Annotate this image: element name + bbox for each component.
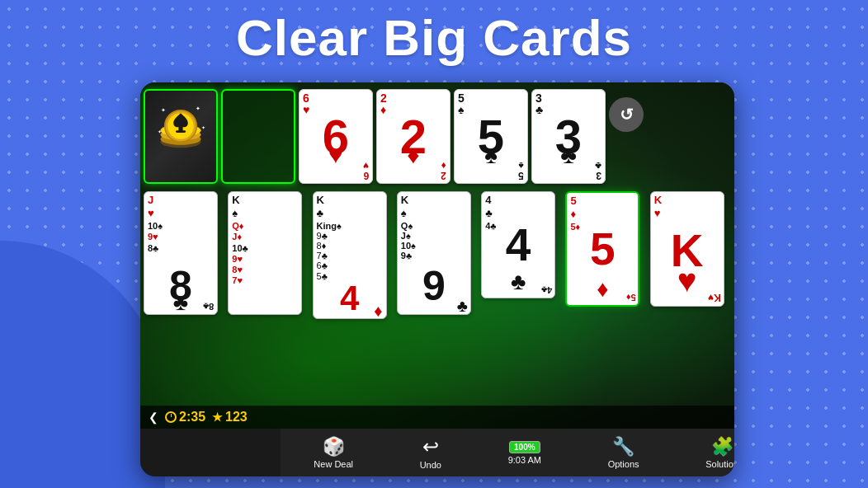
solution-icon: 🧩 — [711, 436, 734, 458]
time-display: 100% 9:03 AM — [500, 438, 550, 468]
svg-rect-7 — [176, 130, 186, 133]
col-7: K♥ K ♥ K♥ — [650, 191, 731, 406]
toolbar: 🎲 New Deal ↩ Undo 100% 9:03 AM 🔧 Options… — [281, 429, 734, 476]
col-4: K♠ Q♠ J♠ 10♠ 9♣ 9 ♣ — [397, 191, 478, 406]
empty-slot[interactable] — [221, 89, 295, 184]
token-card[interactable]: ✦ ✦ ✦ ✦ — [144, 89, 218, 184]
card-6-hearts[interactable]: 6♥ 6 ♥ 6♥ — [299, 89, 373, 184]
svg-text:✦: ✦ — [158, 129, 162, 134]
undo-button[interactable]: ↩ Undo — [412, 432, 450, 473]
solution-button[interactable]: 🧩 Solution — [697, 433, 734, 472]
new-deal-button[interactable]: 🎲 New Deal — [305, 433, 361, 472]
svg-text:✦: ✦ — [161, 107, 166, 113]
col-5: 4♣ 4♣ 4 ♣ 4♣ — [481, 191, 562, 406]
col-6: 5♦ 5♦ 5 ♦ 5♦ — [565, 191, 646, 406]
page-title: Clear Big Cards — [0, 8, 868, 67]
new-deal-icon: 🎲 — [323, 436, 345, 458]
game-container: ✦ ✦ ✦ ✦ 6♥ 6 ♥ 6♥ 2♦ 2 ♦ 2♦ — [140, 82, 734, 476]
clock-icon — [165, 411, 177, 423]
battery-icon: 100% — [509, 441, 540, 453]
options-button[interactable]: 🔧 Options — [600, 433, 648, 472]
svg-text:✦: ✦ — [201, 124, 205, 130]
col-2: K♠ Q♦ J♦ 10♣ 9♥ 8♥ 7♥ — [228, 191, 309, 406]
card-3-clubs[interactable]: 3♣ 3 ♣ 3♣ — [531, 89, 606, 184]
svg-text:✦: ✦ — [196, 106, 200, 111]
game-board: ✦ ✦ ✦ ✦ 6♥ 6 ♥ 6♥ 2♦ 2 ♦ 2♦ — [140, 82, 734, 429]
options-icon: 🔧 — [612, 436, 634, 458]
chevron-icon[interactable]: ❮ — [149, 411, 158, 424]
score-display: ★ 123 — [212, 410, 248, 425]
col-3: K♣ King♠ 9♣8♦7♣6♣5♣ 4 ♦ — [313, 191, 394, 406]
star-icon: ★ — [212, 411, 223, 424]
col-1: J♥ 10♠ 9♥ 8♣ 8 ♣ 8♣ — [144, 191, 224, 406]
card-2-diamonds[interactable]: 2♦ 2 ♦ 2♦ — [376, 89, 451, 184]
card-5-spades[interactable]: 5♠ 5 ♠ 5♠ — [454, 89, 528, 184]
timer-display: 2:35 — [165, 410, 205, 425]
game-status-bar: ❮ 2:35 ★ 123 — [140, 406, 734, 429]
redo-button[interactable]: ↺ — [609, 97, 644, 132]
undo-icon: ↩ — [422, 435, 439, 458]
